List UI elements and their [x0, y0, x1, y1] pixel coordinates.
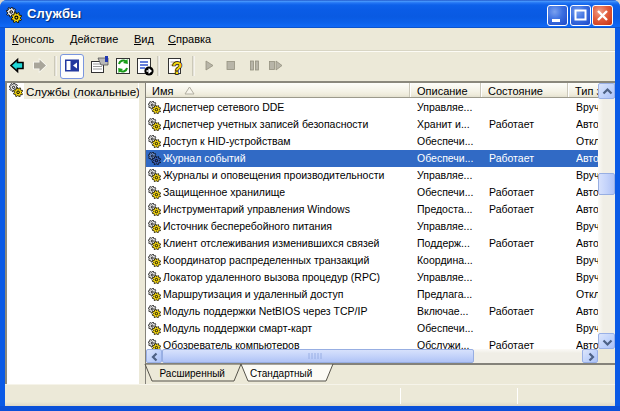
- svg-text:Стандартный: Стандартный: [250, 368, 312, 379]
- svg-text:Расширенный: Расширенный: [160, 368, 225, 379]
- svg-text:?: ?: [172, 59, 182, 78]
